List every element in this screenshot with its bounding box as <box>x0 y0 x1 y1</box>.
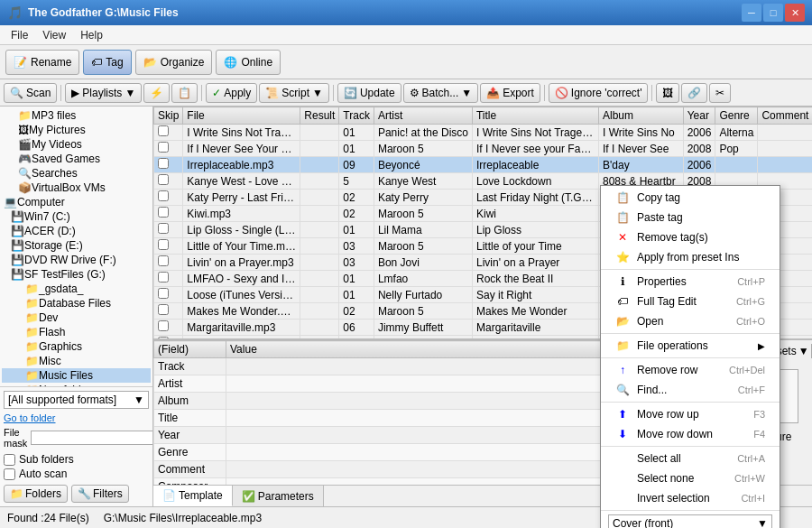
ctx-full-tag[interactable]: 🏷 Full Tag Edit Ctrl+G <box>601 292 780 311</box>
script-button[interactable]: 📜 Script ▼ <box>259 83 329 103</box>
tree-item-videos[interactable]: 🎬 My Videos <box>2 137 151 152</box>
col-file[interactable]: File <box>183 107 300 125</box>
ctx-paste-tag[interactable]: 📋 Paste tag <box>601 208 780 227</box>
ctx-invert[interactable]: Invert selection Ctrl+I <box>601 488 780 508</box>
ctx-file-ops[interactable]: 📁 File operations ▶ <box>601 336 780 356</box>
menu-help[interactable]: Help <box>73 27 110 43</box>
ignore-button[interactable]: 🚫 Ignore 'correct' <box>549 83 649 103</box>
ctx-open[interactable]: 📂 Open Ctrl+O <box>601 311 780 331</box>
skip-checkbox[interactable] <box>158 272 169 283</box>
skip-checkbox[interactable] <box>158 125 169 136</box>
flash-button[interactable]: ⚡ <box>143 83 170 103</box>
col-album[interactable]: Album <box>598 107 683 125</box>
tree-item-gsdata[interactable]: 📁 _gsdata_ <box>2 282 151 296</box>
organize-button[interactable]: 📂 Organize <box>135 50 213 75</box>
skip-checkbox[interactable] <box>158 190 169 201</box>
tree-item-e[interactable]: 💾 Storage (E:) <box>2 238 151 253</box>
skip-checkbox[interactable] <box>158 288 169 299</box>
tree-item-searches[interactable]: 🔍 Searches <box>2 166 151 181</box>
col-genre[interactable]: Genre <box>715 107 758 125</box>
scan-button[interactable]: 🔍 Scan <box>4 83 57 103</box>
tab-template[interactable]: 📄 Template <box>153 486 233 506</box>
format-combo[interactable]: [All supported formats] ▼ <box>4 391 149 409</box>
online-label: Online <box>241 56 272 69</box>
tree-item-vbox[interactable]: 📦 VirtualBox VMs <box>2 181 151 195</box>
clipboard-button[interactable]: 📋 <box>171 83 198 103</box>
ctx-apply-preset[interactable]: ⭐ Apply from preset Ins <box>601 247 780 267</box>
skip-checkbox[interactable] <box>158 142 169 153</box>
tree-item-d[interactable]: 💾 ACER (D:) <box>2 224 151 238</box>
tree-item-c[interactable]: 💾 Win7 (C:) <box>2 209 151 224</box>
cell-title: If I Never see your Face Aga <box>472 141 598 157</box>
link-button[interactable]: 🔗 <box>681 83 707 103</box>
ctx-move-down[interactable]: ⬇ Move row down F4 <box>601 424 780 444</box>
col-field[interactable]: (Field) <box>154 341 226 358</box>
skip-checkbox[interactable] <box>158 174 169 185</box>
ctx-select-none[interactable]: Select none Ctrl+W <box>601 468 780 488</box>
ctx-remove-row[interactable]: ↑ Remove row Ctrl+Del <box>601 360 780 380</box>
tree-item-savedgames[interactable]: 🎮 Saved Games <box>2 152 151 166</box>
tree-item-graphics[interactable]: 📁 Graphics <box>2 339 151 354</box>
close-button[interactable]: ✕ <box>785 4 805 22</box>
tree-item-f[interactable]: 💾 DVD RW Drive (F:) <box>2 253 151 267</box>
goto-folder-link[interactable]: Go to folder <box>4 412 149 423</box>
tab-parameters[interactable]: ✅ Parameters <box>233 486 324 506</box>
export-button[interactable]: 📤 Export <box>480 83 540 103</box>
playlists-button[interactable]: ▶ Playlists ▼ <box>65 83 142 103</box>
skip-checkbox[interactable] <box>158 255 169 266</box>
cover-dropdown[interactable]: Cover (front) ▼ <box>608 514 772 528</box>
skip-checkbox[interactable] <box>158 158 169 169</box>
batch-button[interactable]: ⚙ Batch... ▼ <box>403 83 479 103</box>
autoscan-checkbox[interactable] <box>4 468 15 480</box>
tag-field-name: Comment <box>154 461 226 478</box>
col-artist[interactable]: Artist <box>374 107 472 125</box>
tree-item-dev[interactable]: 📁 Dev <box>2 310 151 325</box>
col-title[interactable]: Title <box>472 107 598 125</box>
menu-view[interactable]: View <box>35 27 73 43</box>
filters-button[interactable]: 🔧 Filters <box>71 485 129 503</box>
tree-item-pictures[interactable]: 🖼 My Pictures <box>2 123 151 137</box>
tag-button[interactable]: 🏷 Tag <box>83 50 131 75</box>
tree-item-musicfiles[interactable]: 📁 Music Files <box>2 368 151 383</box>
tree-item-flash[interactable]: 📁 Flash <box>2 325 151 339</box>
image-button[interactable]: 🖼 <box>656 83 679 103</box>
ctx-copy-tag[interactable]: 📋 Copy tag <box>601 188 780 208</box>
full-tag-icon: 🏷 <box>615 295 630 308</box>
skip-checkbox[interactable] <box>158 320 169 331</box>
folders-button[interactable]: 📁 Folders <box>4 485 68 503</box>
tree-item-misc[interactable]: 📁 Misc <box>2 354 151 368</box>
update-button[interactable]: 🔄 Update <box>337 83 401 103</box>
minimize-button[interactable]: ─ <box>742 4 761 22</box>
skip-checkbox[interactable] <box>158 223 169 234</box>
skip-checkbox[interactable] <box>158 239 169 250</box>
table-row[interactable]: Irreplaceable.mp3 09 Beyoncé Irreplaceab… <box>154 157 813 173</box>
ctx-select-all[interactable]: Select all Ctrl+A <box>601 449 780 468</box>
ctx-properties[interactable]: ℹ Properties Ctrl+P <box>601 272 780 292</box>
remove-icon: ✕ <box>615 231 630 244</box>
col-skip[interactable]: Skip <box>154 107 183 125</box>
col-result[interactable]: Result <box>300 107 339 125</box>
maximize-button[interactable]: □ <box>763 4 783 22</box>
rename-button[interactable]: 📝 Rename <box>5 50 79 75</box>
scissors-button[interactable]: ✂ <box>709 83 731 103</box>
file-mask-input[interactable] <box>31 431 153 445</box>
online-button[interactable]: 🌐 Online <box>216 50 281 75</box>
ctx-find[interactable]: 🔍 Find... Ctrl+F <box>601 380 780 400</box>
tree-item-database[interactable]: 📁 Database Files <box>2 296 151 310</box>
properties-shortcut: Ctrl+P <box>737 276 765 287</box>
tree-item-computer[interactable]: 💻 Computer <box>2 195 151 209</box>
tree-item-g[interactable]: 💾 SF TestFiles (G:) <box>2 267 151 282</box>
tree-item-mp3files[interactable]: 📁 MP3 files <box>2 108 151 123</box>
menu-file[interactable]: File <box>4 27 35 43</box>
table-row[interactable]: If I Never See Your Face A 01 Maroon 5 I… <box>154 141 813 157</box>
col-track[interactable]: Track <box>339 107 374 125</box>
apply-button[interactable]: ✓ Apply <box>206 83 257 103</box>
col-comment[interactable]: Comment <box>758 107 812 125</box>
skip-checkbox[interactable] <box>158 207 169 218</box>
subfolders-checkbox[interactable] <box>4 454 15 466</box>
skip-checkbox[interactable] <box>158 304 169 315</box>
ctx-move-up[interactable]: ⬆ Move row up F3 <box>601 404 780 424</box>
col-year[interactable]: Year <box>683 107 715 125</box>
table-row[interactable]: I Write Sins Not Tragedies 01 Panic! at … <box>154 125 813 141</box>
ctx-remove-tags[interactable]: ✕ Remove tag(s) <box>601 227 780 247</box>
